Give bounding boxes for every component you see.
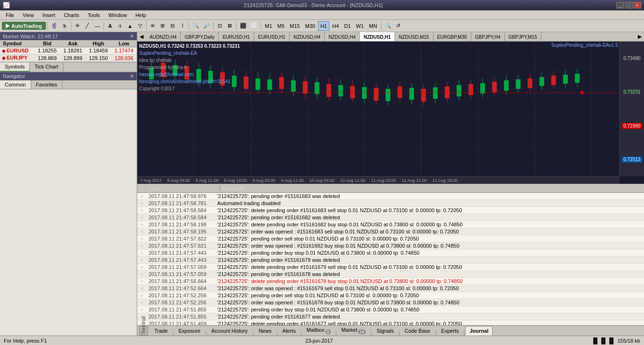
tb-tf-h1[interactable]: H1 bbox=[318, 21, 329, 31]
tb-btn-refresh[interactable]: ↺ bbox=[394, 21, 403, 31]
tb-sep3 bbox=[104, 22, 104, 30]
chart-tab-6[interactable]: NZDUSD,H1 bbox=[360, 32, 395, 41]
tb-btn-fib[interactable]: ≋ bbox=[148, 21, 158, 31]
mw-tab-symbols[interactable]: Symbols bbox=[0, 62, 30, 72]
tb-btn-tri2[interactable]: ▽ bbox=[135, 21, 145, 31]
tb-btn-prop2[interactable]: ⊠ bbox=[225, 21, 235, 31]
journal-scroll[interactable]: ○ 2017.08.11 21:47:58.976 '2124225725': … bbox=[137, 193, 644, 325]
tb-tf-m5[interactable]: M5 bbox=[275, 21, 287, 31]
btab-account-history[interactable]: Account History bbox=[207, 326, 252, 336]
tb-btn-search[interactable]: 🔍 bbox=[383, 21, 393, 31]
tb-btn-2[interactable]: 🖱 bbox=[60, 21, 70, 31]
btab-code-base[interactable]: Code Base bbox=[400, 326, 434, 336]
autotrading-button[interactable]: ▶ AutoTrading bbox=[2, 22, 46, 30]
chart-ea-programmer: Programmed by Kira-h bbox=[139, 65, 187, 70]
jr-msg: '2124225725': pending order buy stop 0.0… bbox=[215, 306, 644, 313]
titlebar: 📈 2124225725: GMI-Demo03 - Demo Account … bbox=[0, 0, 644, 10]
chart-tab-3[interactable]: EURUSD,H1 bbox=[254, 32, 290, 41]
maximize-button[interactable]: □ bbox=[625, 2, 633, 9]
mw-col-ask: Ask bbox=[60, 40, 86, 47]
tb-tf-m15[interactable]: M15 bbox=[287, 21, 302, 31]
tb-btn-text2[interactable]: 𝐴 bbox=[115, 21, 125, 31]
btab-alerts[interactable]: Alerts bbox=[278, 326, 300, 336]
tb-btn-1[interactable]: 🔮 bbox=[49, 21, 60, 31]
btab-exposure[interactable]: Exposure bbox=[174, 326, 204, 336]
market-watch-table: Symbol Bid Ask High Low ◆ EURUSD 1.18255… bbox=[0, 40, 137, 62]
jr-time: 2017.08.11 21:47:52.256 bbox=[147, 292, 215, 299]
chart-tab-9[interactable]: GBPJPY,H4 bbox=[471, 32, 505, 41]
tb-btn-g2[interactable]: ⬜ bbox=[249, 21, 259, 31]
tb-btn-zoom-out[interactable]: 🔎 bbox=[202, 21, 212, 31]
menu-charts[interactable]: Charts bbox=[60, 11, 83, 19]
tb-btn-hline[interactable]: — bbox=[93, 21, 102, 31]
btab-label: Market24 bbox=[342, 327, 366, 334]
mw-row-eurjpy[interactable]: ◆ EURJPY 128.869 128.899 129.150 128.036 bbox=[0, 54, 137, 61]
chart-tab-nav-right[interactable]: ▶ bbox=[635, 34, 644, 40]
market-watch-tabs: Symbols Tick Chart bbox=[0, 62, 137, 72]
svg-rect-66 bbox=[468, 84, 473, 95]
minimize-button[interactable]: _ bbox=[617, 2, 624, 9]
chart-tab-1[interactable]: GBPJPY,Daily bbox=[181, 32, 219, 41]
chart-tab-2[interactable]: EURUSD,H1 bbox=[219, 32, 254, 41]
btab-news[interactable]: News bbox=[254, 326, 276, 336]
chart-ea-email: hassan.mjb@hotmail.com bbox=[139, 72, 194, 77]
tb-tf-w1[interactable]: W1 bbox=[353, 21, 366, 31]
price-label-3: 0.72513 bbox=[622, 156, 642, 163]
diamond-icon: ◆ bbox=[2, 48, 6, 53]
tb-tf-h4[interactable]: H4 bbox=[330, 21, 341, 31]
svg-rect-52 bbox=[386, 89, 390, 101]
chart-tab-5[interactable]: NZDUSD,H4 bbox=[325, 32, 360, 41]
tb-btn-fib3[interactable]: ⊟ bbox=[168, 21, 177, 31]
jr-icon: ○ bbox=[137, 265, 147, 269]
btab-signals[interactable]: Signals bbox=[372, 326, 398, 336]
navigator-close-icon[interactable]: ✕ bbox=[130, 73, 134, 79]
mw-row-eurusd[interactable]: ◆ EURUSD 1.18255 1.18281 1.18459 1.17474 bbox=[0, 47, 137, 55]
chart-tab-0[interactable]: AUDNZD,H4 bbox=[146, 32, 181, 41]
tb-tf-d1[interactable]: D1 bbox=[342, 21, 353, 31]
svg-rect-76 bbox=[528, 78, 532, 88]
chart-tab-10[interactable]: GBPJPY,M15 bbox=[505, 32, 541, 41]
tb-btn-chan[interactable]: ⌇ bbox=[178, 21, 187, 31]
tb-tf-mn[interactable]: MN bbox=[367, 21, 379, 31]
tb-btn-line[interactable]: ╱ bbox=[83, 21, 92, 31]
tb-btn-crosshair[interactable]: ✛ bbox=[73, 21, 82, 31]
tb-btn-text[interactable]: A bbox=[106, 21, 115, 31]
low-value: 128.036 bbox=[111, 54, 137, 61]
nav-tab-favorites[interactable]: Favorites bbox=[31, 80, 62, 89]
menu-tools[interactable]: Tools bbox=[84, 11, 104, 19]
menu-insert[interactable]: Insert bbox=[38, 11, 59, 19]
chart-tab-4[interactable]: NZDUSD,H4 bbox=[290, 32, 325, 41]
jr-icon: ○ bbox=[137, 300, 147, 305]
menu-view[interactable]: View bbox=[19, 11, 38, 19]
close-button[interactable]: ✕ bbox=[634, 2, 641, 9]
mw-tab-tick-chart[interactable]: Tick Chart bbox=[30, 62, 63, 72]
tb-btn-fib2[interactable]: ⊞ bbox=[158, 21, 168, 31]
svg-rect-30 bbox=[256, 78, 260, 90]
tb-tf-m1[interactable]: M1 bbox=[263, 21, 274, 31]
tb-tf-m30[interactable]: M30 bbox=[303, 21, 318, 31]
menu-help[interactable]: Help bbox=[132, 11, 150, 19]
btab-experts[interactable]: Experts bbox=[437, 326, 463, 336]
autotrading-label: AutoTrading bbox=[11, 23, 42, 29]
btab-trade[interactable]: Trade bbox=[150, 326, 172, 336]
nav-tab-common[interactable]: Common bbox=[0, 80, 31, 89]
tb-btn-prop[interactable]: ⊡ bbox=[215, 21, 225, 31]
chart-canvas[interactable]: NZDUSD,H1 0.73242 0.73253 0.73223 0.7323… bbox=[137, 42, 644, 184]
menu-window[interactable]: Window bbox=[105, 11, 131, 19]
chart-tab-nav-left[interactable]: ◀ bbox=[137, 34, 146, 40]
btab-mailbox[interactable]: Mailbox8 bbox=[302, 326, 335, 336]
btab-journal[interactable]: Journal bbox=[465, 326, 493, 336]
btab-market[interactable]: Market24 bbox=[337, 326, 371, 336]
menu-file[interactable]: File bbox=[2, 11, 18, 19]
chart-tab-8[interactable]: EURGBP,M30 bbox=[433, 32, 471, 41]
tb-btn-g1[interactable]: ⬛ bbox=[238, 21, 248, 31]
jr-icon: ○ bbox=[137, 293, 147, 298]
btab-label: Signals bbox=[377, 328, 394, 334]
tb-btn-zoom-in[interactable]: 🔍 bbox=[191, 21, 201, 31]
jr-icon: ○ bbox=[137, 258, 147, 262]
chart-tab-7[interactable]: NZDUSD,M15 bbox=[395, 32, 433, 41]
price-label-2: 0.73231 bbox=[622, 89, 642, 95]
tb-btn-tri1[interactable]: ▲ bbox=[125, 21, 135, 31]
journal-row: ○ 2017.08.11 21:47:58.195 '2124225725': … bbox=[137, 228, 644, 235]
market-watch-close-icon[interactable]: ✕ bbox=[130, 33, 134, 39]
